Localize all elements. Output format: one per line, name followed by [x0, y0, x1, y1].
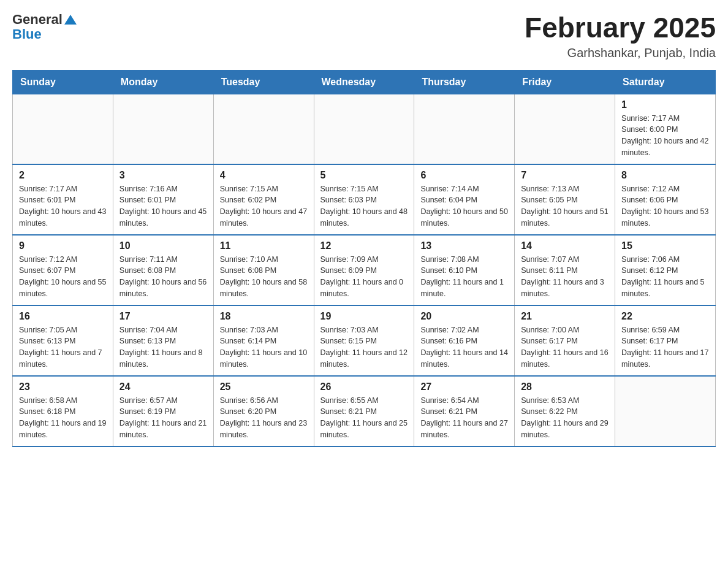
- day-info: Sunrise: 6:53 AMSunset: 6:22 PMDaylight:…: [521, 395, 609, 441]
- calendar-week-row: 9Sunrise: 7:12 AMSunset: 6:07 PMDaylight…: [13, 235, 716, 305]
- calendar-day-cell: 16Sunrise: 7:05 AMSunset: 6:13 PMDayligh…: [13, 305, 113, 376]
- svg-marker-0: [64, 15, 77, 25]
- day-number: 18: [220, 311, 308, 322]
- page-header: General Blue February 2025 Garhshankar, …: [12, 12, 716, 60]
- calendar-day-cell: 13Sunrise: 7:08 AMSunset: 6:10 PMDayligh…: [414, 235, 515, 305]
- title-block: February 2025 Garhshankar, Punjab, India: [525, 12, 716, 60]
- calendar-table: SundayMondayTuesdayWednesdayThursdayFrid…: [12, 70, 716, 447]
- calendar-day-cell: 26Sunrise: 6:55 AMSunset: 6:21 PMDayligh…: [314, 376, 414, 446]
- day-number: 28: [521, 381, 609, 393]
- day-info: Sunrise: 7:02 AMSunset: 6:16 PMDaylight:…: [420, 324, 508, 370]
- calendar-day-cell: 21Sunrise: 7:00 AMSunset: 6:17 PMDayligh…: [515, 305, 615, 376]
- day-of-week-header: Monday: [113, 70, 213, 94]
- day-number: 19: [320, 311, 408, 322]
- day-number: 5: [320, 170, 408, 181]
- day-info: Sunrise: 7:10 AMSunset: 6:08 PMDaylight:…: [220, 254, 308, 300]
- calendar-day-cell: 28Sunrise: 6:53 AMSunset: 6:22 PMDayligh…: [515, 376, 615, 446]
- calendar-day-cell: [314, 94, 414, 164]
- day-number: 14: [521, 240, 609, 251]
- day-info: Sunrise: 7:11 AMSunset: 6:08 PMDaylight:…: [119, 254, 207, 300]
- day-of-week-header: Thursday: [414, 70, 515, 94]
- calendar-day-cell: 20Sunrise: 7:02 AMSunset: 6:16 PMDayligh…: [414, 305, 515, 376]
- calendar-day-cell: 12Sunrise: 7:09 AMSunset: 6:09 PMDayligh…: [314, 235, 414, 305]
- day-info: Sunrise: 7:06 AMSunset: 6:12 PMDaylight:…: [621, 254, 709, 300]
- calendar-day-cell: 23Sunrise: 6:58 AMSunset: 6:18 PMDayligh…: [13, 376, 113, 446]
- calendar-header-row: SundayMondayTuesdayWednesdayThursdayFrid…: [13, 70, 716, 94]
- calendar-day-cell: 4Sunrise: 7:15 AMSunset: 6:02 PMDaylight…: [213, 164, 314, 235]
- day-info: Sunrise: 6:55 AMSunset: 6:21 PMDaylight:…: [320, 395, 408, 441]
- day-info: Sunrise: 7:17 AMSunset: 6:00 PMDaylight:…: [621, 113, 709, 159]
- day-info: Sunrise: 7:13 AMSunset: 6:05 PMDaylight:…: [521, 183, 609, 229]
- day-number: 16: [19, 311, 107, 322]
- calendar-week-row: 23Sunrise: 6:58 AMSunset: 6:18 PMDayligh…: [13, 376, 716, 446]
- logo-triangle-icon: [64, 13, 77, 26]
- day-number: 26: [320, 381, 408, 393]
- calendar-day-cell: [113, 94, 213, 164]
- day-number: 8: [621, 170, 709, 181]
- day-info: Sunrise: 7:12 AMSunset: 6:07 PMDaylight:…: [19, 254, 107, 300]
- day-info: Sunrise: 6:54 AMSunset: 6:21 PMDaylight:…: [420, 395, 508, 441]
- day-info: Sunrise: 7:08 AMSunset: 6:10 PMDaylight:…: [420, 254, 508, 300]
- calendar-subtitle: Garhshankar, Punjab, India: [525, 46, 716, 60]
- day-number: 23: [19, 381, 107, 393]
- day-number: 10: [119, 240, 207, 251]
- day-number: 11: [220, 240, 308, 251]
- calendar-day-cell: [414, 94, 515, 164]
- logo-blue-text: Blue: [12, 27, 77, 42]
- calendar-day-cell: 27Sunrise: 6:54 AMSunset: 6:21 PMDayligh…: [414, 376, 515, 446]
- day-info: Sunrise: 7:16 AMSunset: 6:01 PMDaylight:…: [119, 183, 207, 229]
- calendar-day-cell: 2Sunrise: 7:17 AMSunset: 6:01 PMDaylight…: [13, 164, 113, 235]
- day-info: Sunrise: 7:04 AMSunset: 6:13 PMDaylight:…: [119, 324, 207, 370]
- day-number: 20: [420, 311, 508, 322]
- day-info: Sunrise: 7:12 AMSunset: 6:06 PMDaylight:…: [621, 183, 709, 229]
- calendar-day-cell: 24Sunrise: 6:57 AMSunset: 6:19 PMDayligh…: [113, 376, 213, 446]
- day-info: Sunrise: 7:05 AMSunset: 6:13 PMDaylight:…: [19, 324, 107, 370]
- day-info: Sunrise: 7:00 AMSunset: 6:17 PMDaylight:…: [521, 324, 609, 370]
- day-number: 15: [621, 240, 709, 251]
- day-number: 12: [320, 240, 408, 251]
- calendar-week-row: 1Sunrise: 7:17 AMSunset: 6:00 PMDaylight…: [13, 94, 716, 164]
- calendar-day-cell: 8Sunrise: 7:12 AMSunset: 6:06 PMDaylight…: [615, 164, 716, 235]
- calendar-day-cell: 5Sunrise: 7:15 AMSunset: 6:03 PMDaylight…: [314, 164, 414, 235]
- calendar-day-cell: 17Sunrise: 7:04 AMSunset: 6:13 PMDayligh…: [113, 305, 213, 376]
- calendar-day-cell: 18Sunrise: 7:03 AMSunset: 6:14 PMDayligh…: [213, 305, 314, 376]
- calendar-day-cell: [615, 376, 716, 446]
- day-number: 1: [621, 99, 709, 110]
- calendar-day-cell: 3Sunrise: 7:16 AMSunset: 6:01 PMDaylight…: [113, 164, 213, 235]
- day-number: 27: [420, 381, 508, 393]
- day-info: Sunrise: 7:03 AMSunset: 6:14 PMDaylight:…: [220, 324, 308, 370]
- calendar-title: February 2025: [525, 12, 716, 44]
- day-of-week-header: Friday: [515, 70, 615, 94]
- day-number: 13: [420, 240, 508, 251]
- day-number: 21: [521, 311, 609, 322]
- day-number: 24: [119, 381, 207, 393]
- day-number: 22: [621, 311, 709, 322]
- day-info: Sunrise: 7:07 AMSunset: 6:11 PMDaylight:…: [521, 254, 609, 300]
- day-info: Sunrise: 7:15 AMSunset: 6:03 PMDaylight:…: [320, 183, 408, 229]
- calendar-day-cell: 25Sunrise: 6:56 AMSunset: 6:20 PMDayligh…: [213, 376, 314, 446]
- calendar-day-cell: 7Sunrise: 7:13 AMSunset: 6:05 PMDaylight…: [515, 164, 615, 235]
- day-of-week-header: Wednesday: [314, 70, 414, 94]
- day-info: Sunrise: 7:03 AMSunset: 6:15 PMDaylight:…: [320, 324, 408, 370]
- day-info: Sunrise: 6:59 AMSunset: 6:17 PMDaylight:…: [621, 324, 709, 370]
- calendar-day-cell: [515, 94, 615, 164]
- day-number: 2: [19, 170, 107, 181]
- day-number: 7: [521, 170, 609, 181]
- day-info: Sunrise: 6:56 AMSunset: 6:20 PMDaylight:…: [220, 395, 308, 441]
- day-info: Sunrise: 6:57 AMSunset: 6:19 PMDaylight:…: [119, 395, 207, 441]
- calendar-day-cell: [13, 94, 113, 164]
- calendar-day-cell: 15Sunrise: 7:06 AMSunset: 6:12 PMDayligh…: [615, 235, 716, 305]
- calendar-day-cell: 19Sunrise: 7:03 AMSunset: 6:15 PMDayligh…: [314, 305, 414, 376]
- day-info: Sunrise: 7:15 AMSunset: 6:02 PMDaylight:…: [220, 183, 308, 229]
- day-info: Sunrise: 7:09 AMSunset: 6:09 PMDaylight:…: [320, 254, 408, 300]
- day-of-week-header: Tuesday: [213, 70, 314, 94]
- calendar-day-cell: 6Sunrise: 7:14 AMSunset: 6:04 PMDaylight…: [414, 164, 515, 235]
- day-number: 6: [420, 170, 508, 181]
- day-number: 17: [119, 311, 207, 322]
- calendar-week-row: 16Sunrise: 7:05 AMSunset: 6:13 PMDayligh…: [13, 305, 716, 376]
- day-of-week-header: Saturday: [615, 70, 716, 94]
- calendar-day-cell: 10Sunrise: 7:11 AMSunset: 6:08 PMDayligh…: [113, 235, 213, 305]
- day-number: 9: [19, 240, 107, 251]
- logo-general-text: General: [12, 12, 63, 27]
- calendar-week-row: 2Sunrise: 7:17 AMSunset: 6:01 PMDaylight…: [13, 164, 716, 235]
